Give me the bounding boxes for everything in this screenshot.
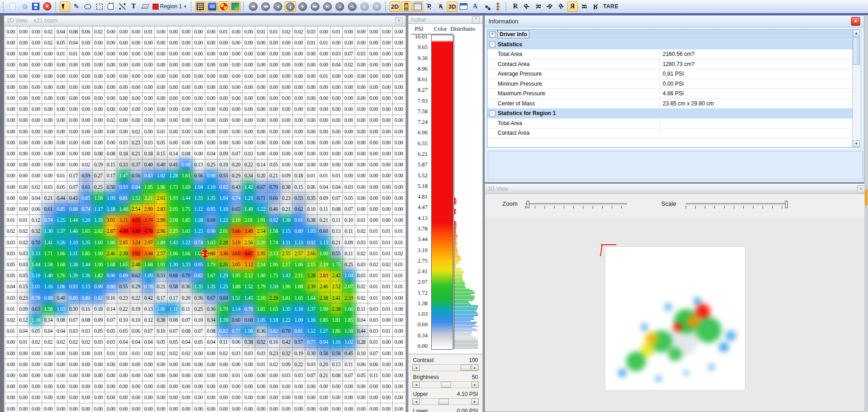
- region-selector[interactable]: Region 1▼: [151, 1, 188, 12]
- mirror-button[interactable]: R: [567, 1, 578, 12]
- rotate-270-button[interactable]: R: [579, 1, 589, 12]
- grid-cell: 0.10: [155, 325, 168, 337]
- select-tool-button[interactable]: [60, 1, 70, 12]
- brightness-scrollbar[interactable]: ◄►: [412, 381, 479, 388]
- brightness-increase-icon[interactable]: ►: [471, 382, 478, 388]
- pencil-tool-button[interactable]: [71, 1, 82, 12]
- rewind-button[interactable]: ◀◀: [260, 1, 271, 12]
- grid-cell: 0.05: [30, 325, 43, 337]
- information-scrollbar[interactable]: ▲ ▼: [852, 29, 861, 148]
- grid-cell: 0.01: [380, 325, 393, 337]
- pie-view-button[interactable]: [219, 1, 229, 12]
- flip-vertical-button[interactable]: R: [590, 1, 601, 12]
- rotate-90-button-icon: R: [534, 4, 542, 9]
- go-end-button[interactable]: ▶|: [322, 1, 333, 12]
- font-button[interactable]: A: [470, 1, 480, 12]
- expand-icon[interactable]: +: [489, 32, 495, 38]
- info-section-row[interactable]: -Statistics for Region 1: [488, 109, 855, 119]
- grid-cell: 0.22: [242, 159, 255, 170]
- measure-tool-button[interactable]: [117, 1, 127, 12]
- rotate-45-button[interactable]: R: [522, 1, 532, 12]
- grid-cell: 0.01: [393, 259, 405, 270]
- mirror-45-button[interactable]: R: [544, 1, 555, 12]
- panel-2d-close-icon[interactable]: x: [395, 17, 403, 24]
- grid-view-button[interactable]: [412, 1, 423, 12]
- contrast-scrollbar[interactable]: ◄►: [412, 364, 479, 371]
- text-tool-button[interactable]: T: [128, 1, 139, 12]
- right-scroll-strip[interactable]: [864, 15, 868, 412]
- grid-cell: 0.12: [30, 214, 43, 226]
- scale-slider[interactable]: [686, 203, 787, 204]
- rotate-90-button[interactable]: R: [533, 1, 544, 12]
- info-item-row[interactable]: Mininum Pressure0.00 PSI: [488, 79, 855, 89]
- info-section-row[interactable]: +Driver Info: [488, 30, 855, 40]
- plus-one-frame-button[interactable]: +1: [346, 1, 358, 12]
- zoom-slider[interactable]: [525, 203, 627, 204]
- grid-cell: 0.07: [230, 148, 243, 159]
- rotate-0-button[interactable]: R: [510, 1, 521, 12]
- brightness-thumb[interactable]: [441, 382, 451, 388]
- grid-cell: 0.00: [117, 115, 130, 126]
- crosshair-button[interactable]: +: [493, 1, 503, 12]
- upper-thumb[interactable]: [439, 399, 449, 405]
- grid-cell: 0.01: [5, 303, 17, 315]
- information-close-icon[interactable]: x: [851, 17, 860, 26]
- info-item-row[interactable]: Total Area2160.56 cm?: [488, 49, 855, 60]
- scroll-down-icon[interactable]: ▼: [853, 140, 860, 147]
- upper-scrollbar[interactable]: ◄►: [412, 398, 479, 405]
- collapse-icon[interactable]: -: [489, 110, 495, 116]
- right-scroll-thumb[interactable]: [865, 189, 868, 206]
- info-section-row[interactable]: -Statistics: [488, 40, 855, 50]
- contrast-increase-icon[interactable]: ►: [471, 365, 478, 371]
- contrast-decrease-icon[interactable]: ◄: [412, 365, 420, 371]
- grid-cell: 0.70: [180, 270, 192, 281]
- close-button[interactable]: [42, 1, 53, 12]
- area-plot-button[interactable]: A: [435, 1, 446, 12]
- info-item-row[interactable]: Total Area: [488, 119, 855, 129]
- gradient-view-button[interactable]: [230, 1, 241, 12]
- info-item-row[interactable]: Contact Area1280.73 cm?: [488, 60, 855, 70]
- grid-toggle-button[interactable]: [195, 1, 206, 12]
- grid-cell: 2.55: [280, 248, 293, 259]
- play-button[interactable]: ▶: [297, 1, 308, 12]
- pressure-grid[interactable]: 0.000.000.000.020.040.080.060.020.000.00…: [5, 26, 405, 412]
- grid-cell: 0.00: [380, 82, 393, 93]
- mirror-135-button[interactable]: R: [556, 1, 566, 12]
- isobar-view-button[interactable]: [401, 1, 412, 12]
- pause-button[interactable]: ||: [285, 1, 296, 12]
- 3d-render-area[interactable]: [485, 219, 868, 412]
- collapse-icon[interactable]: -: [489, 41, 495, 47]
- grid-cell: 0.00: [268, 115, 280, 126]
- upper-increase-icon[interactable]: ►: [471, 399, 478, 405]
- info-item-row[interactable]: Contact Area: [488, 128, 855, 138]
- ellipse-tool-button[interactable]: [82, 1, 93, 12]
- view-3d-button[interactable]: 3D: [447, 1, 457, 12]
- scrollbar-thumb[interactable]: [853, 37, 860, 65]
- tare-button[interactable]: TARE: [602, 1, 620, 12]
- panel-3d-close-icon[interactable]: x: [857, 185, 865, 192]
- brightness-decrease-icon[interactable]: ◄: [412, 382, 420, 388]
- pan-tool-button[interactable]: [105, 1, 116, 12]
- scroll-up-icon[interactable]: ▲: [853, 30, 860, 37]
- info-item-row[interactable]: Center of Mass23.65 cm x 29.80 cm: [488, 99, 855, 109]
- pressure-plot-button[interactable]: P: [424, 1, 434, 12]
- rect-select-tool-button[interactable]: [94, 1, 104, 12]
- window-layout-button[interactable]: [458, 1, 469, 12]
- grid-cell: 0.01: [105, 348, 118, 359]
- sensor-s3-button[interactable]: S3: [207, 1, 218, 12]
- eraser-tool-button[interactable]: [140, 1, 150, 12]
- prev-frame-button[interactable]: ◀: [272, 1, 284, 12]
- panel-isobar-collapse-icon[interactable]: ^: [472, 16, 480, 23]
- grid-cell: 0.00: [368, 137, 380, 148]
- fast-forward-button[interactable]: ▶▶: [309, 1, 321, 12]
- info-item-row[interactable]: Maximum Pressure4.86 PSI: [488, 89, 855, 99]
- go-start-button[interactable]: |◀: [247, 1, 259, 12]
- grid-cell: 0.00: [155, 370, 168, 381]
- nodes-button[interactable]: [481, 1, 492, 12]
- upper-decrease-icon[interactable]: ◄: [412, 399, 420, 405]
- contrast-thumb[interactable]: [461, 365, 471, 371]
- info-item-row[interactable]: Average Pressure0.81 PSI: [488, 69, 855, 79]
- minus-one-frame-button[interactable]: -1: [334, 1, 346, 12]
- view-2d-button[interactable]: 2D: [390, 1, 400, 12]
- save-button[interactable]: [30, 1, 41, 12]
